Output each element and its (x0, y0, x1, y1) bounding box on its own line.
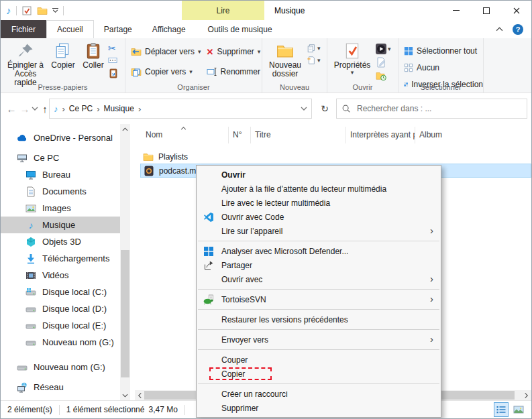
column-header-titre[interactable]: Titre (251, 127, 346, 143)
sidebar-label: Disque local (C:) (42, 287, 107, 297)
sidebar-item-reseau[interactable]: Réseau (1, 379, 120, 396)
dropdown-caret: ▾ (198, 49, 201, 55)
edit-icon[interactable] (376, 57, 386, 68)
menu-item-ouvrir-avec[interactable]: Ouvrir avec › (197, 272, 441, 286)
column-header-nom[interactable]: Nom (142, 127, 229, 143)
menu-item-restaurer-versions[interactable]: Restaurer les versions précédentes (197, 312, 441, 326)
breadcrumb-musique[interactable]: Musique (104, 104, 134, 113)
search-input[interactable] (356, 103, 522, 114)
sidebar-item-telechargements[interactable]: Téléchargements (1, 250, 120, 267)
sidebar-scrollbar[interactable] (120, 124, 130, 400)
sidebar-item-nouveau-nom-g[interactable]: Nouveau nom (G:) (1, 334, 120, 351)
new-item-button[interactable]: ▾ (307, 56, 321, 65)
tab-partage[interactable]: Partage (94, 20, 142, 38)
rename-button[interactable]: Renommer (207, 64, 261, 79)
details-view-button[interactable] (494, 402, 509, 417)
tab-fichier[interactable]: Fichier (1, 20, 46, 38)
pin-icon (17, 42, 34, 60)
customize-quick-access-icon[interactable] (52, 8, 58, 13)
sidebar-item-ce-pc[interactable]: Ce PC (1, 149, 120, 166)
close-button[interactable] (501, 1, 531, 20)
selection-count: 1 élément sélectionné (66, 405, 145, 414)
divider (59, 405, 60, 415)
menu-item-copier[interactable]: Copier (197, 367, 441, 381)
help-button[interactable]: ? (513, 24, 523, 35)
open-media-button[interactable]: ▾ (376, 44, 391, 54)
delete-label: Supprimer (217, 47, 254, 56)
sidebar-label: Nouveau nom (G:) (34, 362, 105, 372)
recent-locations-icon[interactable] (32, 93, 38, 124)
sidebar-item-documents[interactable]: Documents (1, 183, 120, 200)
sidebar-item-disque-c[interactable]: Disque local (C:) (1, 284, 120, 300)
tab-affichage[interactable]: Affichage (142, 20, 196, 38)
column-header-interpretes[interactable]: Interprètes ayant p... (346, 127, 415, 143)
delete-button[interactable]: ✕ Supprimer ▾ (207, 44, 261, 59)
maximize-button[interactable] (471, 1, 501, 20)
menu-item-partager[interactable]: Partager (197, 258, 441, 272)
properties-quick-icon[interactable] (21, 5, 32, 16)
sidebar-item-images[interactable]: Images (1, 200, 120, 217)
file-row-playlists[interactable]: Playlists (140, 149, 531, 164)
paste-shortcut-icon[interactable] (108, 68, 119, 78)
sidebar-item-onedrive[interactable]: OneDrive - Personal (1, 129, 120, 146)
refresh-button[interactable]: ↻ (316, 99, 333, 119)
sidebar-item-nouveau-nom-g-root[interactable]: Nouveau nom (G:) (1, 359, 120, 375)
sidebar-item-objets-3d[interactable]: Objets 3D (1, 233, 120, 250)
menu-item-tortoisesvn[interactable]: TortoiseSVN › (197, 292, 441, 306)
column-header-numero[interactable]: N° (229, 127, 251, 143)
collapse-ribbon-icon[interactable] (496, 27, 503, 32)
address-dropdown-icon[interactable] (301, 107, 307, 111)
cut-icon[interactable]: ✂ (108, 44, 119, 53)
sidebar-item-videos[interactable]: Vidéos (1, 267, 120, 284)
thumbnails-view-button[interactable] (511, 402, 526, 417)
media-play-icon (376, 44, 386, 54)
divider (184, 405, 185, 415)
submenu-chevron-icon: › (430, 293, 433, 304)
menu-item-ajouter-file-attente[interactable]: Ajouter à la file d’attente du lecteur m… (197, 182, 441, 196)
column-header-album[interactable]: Album (415, 127, 531, 143)
sidebar-label: Nouveau nom (G:) (42, 337, 114, 347)
sidebar-item-disque-e[interactable]: Disque local (E:) (1, 317, 120, 334)
tab-outils-de-musique[interactable]: Outils de musique (196, 20, 284, 38)
address-bar[interactable]: ♪ › Ce PC › Musique › (49, 99, 312, 119)
forward-button[interactable]: → (18, 93, 32, 124)
move-to-button[interactable]: Déplacer vers ▾ (131, 44, 201, 59)
menu-item-couper[interactable]: Couper (197, 353, 441, 367)
copy-to-button[interactable]: Copier vers ▾ (131, 64, 201, 79)
move-to-icon (131, 46, 142, 57)
menu-label: Envoyer vers (221, 335, 268, 345)
menu-item-envoyer-vers[interactable]: Envoyer vers › (197, 333, 441, 347)
sidebar-item-musique[interactable]: ♪ Musique (1, 217, 120, 233)
new-folder-quick-icon[interactable] (37, 5, 48, 16)
menu-item-creer-raccourci[interactable]: Créer un raccourci (197, 387, 441, 401)
select-none-button[interactable]: Aucun (404, 60, 483, 75)
sidebar-item-bureau[interactable]: Bureau (1, 166, 120, 183)
vscode-icon (203, 212, 214, 223)
back-button[interactable]: ← (5, 93, 18, 124)
menu-item-ouvrir-avec-code[interactable]: Ouvrir avec Code (197, 210, 441, 224)
menu-item-lire-avec-lecteur[interactable]: Lire avec le lecteur multimédia (197, 196, 441, 210)
menu-item-supprimer[interactable]: Supprimer (197, 401, 441, 415)
menu-separator (198, 383, 439, 384)
select-all-button[interactable]: Sélectionner tout (404, 44, 483, 58)
scrollbar-thumb[interactable] (121, 250, 129, 377)
tab-accueil[interactable]: Accueil (46, 20, 94, 38)
easy-access-button[interactable]: ▾ (307, 44, 321, 53)
menu-item-analyser-defender[interactable]: Analyser avec Microsoft Defender... (197, 244, 441, 258)
scroll-right-icon[interactable] (525, 392, 529, 398)
copy-path-icon[interactable] (108, 56, 117, 65)
breadcrumb-ce-pc[interactable]: Ce PC (69, 104, 93, 113)
sidebar-item-disque-d[interactable]: Disque local (D:) (1, 300, 120, 317)
history-icon[interactable] (376, 70, 386, 81)
tool-tab-header-lire[interactable]: Lire (182, 1, 264, 20)
scroll-up-icon[interactable] (122, 127, 128, 131)
ribbon-group-open: Propriétés ▾ ▾ Ouvrir (327, 38, 398, 93)
scroll-left-icon[interactable] (138, 392, 142, 398)
menu-item-lire-sur-appareil[interactable]: Lire sur l’appareil › (197, 224, 441, 238)
minimize-button[interactable] (441, 1, 471, 20)
select-none-label: Aucun (417, 63, 439, 72)
scroll-down-icon[interactable] (122, 394, 128, 398)
menu-item-ouvrir[interactable]: Ouvrir (197, 168, 441, 182)
documents-icon (25, 186, 36, 197)
select-none-icon (404, 63, 413, 72)
